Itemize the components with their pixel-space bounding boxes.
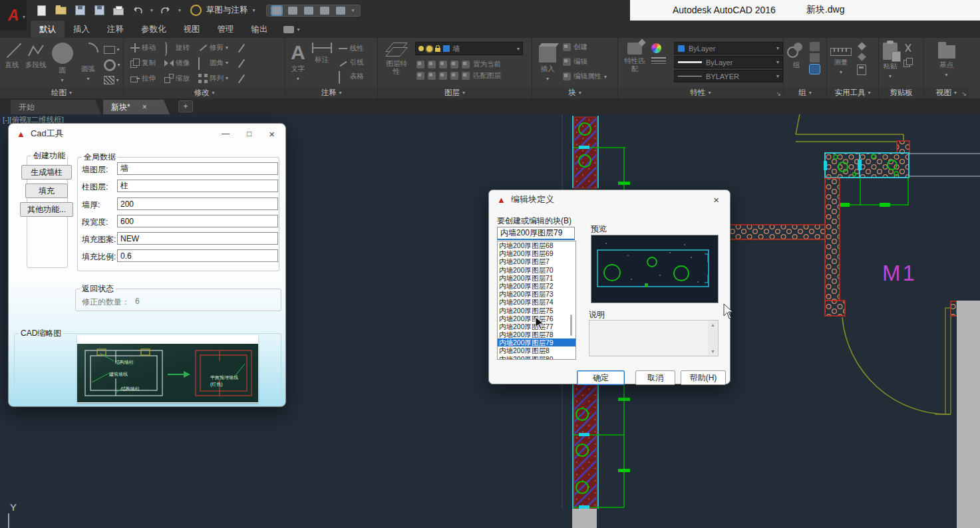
linetype-combo[interactable]: ByLayer ▾ xyxy=(674,56,783,68)
open-file-button[interactable] xyxy=(54,4,67,17)
block-edit-attr-button[interactable]: 编辑属性▾ xyxy=(563,70,607,83)
point-style-icon[interactable] xyxy=(858,53,866,61)
app-menu-button[interactable]: A ▾ xyxy=(0,0,27,31)
modify-trim-button[interactable]: 修剪▾ xyxy=(198,41,228,54)
block-list[interactable]: 内墙200厚图层68 内墙200厚图层69 内墙200厚图层7 内墙200厚图层… xyxy=(497,241,576,360)
tab-home[interactable]: 默认 xyxy=(31,21,65,38)
list-item[interactable]: 内墙200厚图层73 xyxy=(498,290,575,298)
other-functions-button[interactable]: 其他功能... xyxy=(20,202,73,217)
list-item[interactable]: 内墙200厚图层70 xyxy=(498,266,575,274)
modify-more-button[interactable] xyxy=(237,72,246,84)
layer-lock-icon[interactable] xyxy=(450,61,458,68)
panel-view-label[interactable]: 视图▾↘ xyxy=(924,87,969,98)
modify-erase-button[interactable] xyxy=(237,41,246,54)
save-button[interactable] xyxy=(73,4,86,17)
group-selection-toggle-icon[interactable] xyxy=(810,65,820,74)
layer-current-icon[interactable] xyxy=(462,61,470,68)
tab-annotate[interactable]: 注释 xyxy=(98,21,132,38)
list-item[interactable]: 内墙200厚图层72 xyxy=(498,282,575,290)
ok-button[interactable]: 确定 xyxy=(577,370,625,385)
make-current-label[interactable]: 置为当前 xyxy=(473,60,501,69)
lineweight-combo[interactable]: BYLAYER ▾ xyxy=(674,70,783,82)
hatch-pattern-field[interactable] xyxy=(117,232,278,245)
panel-properties-label[interactable]: 特性▾↘ xyxy=(618,87,783,98)
draw-arc-button[interactable]: 圆弧 ▾ xyxy=(79,43,98,82)
list-item[interactable]: 内墙200厚图层80 xyxy=(498,355,575,360)
linetype-stack-icon[interactable] xyxy=(651,57,666,65)
close-icon[interactable]: × xyxy=(269,128,275,140)
layer-unisolate-icon[interactable] xyxy=(416,72,424,80)
tab-manage[interactable]: 管理 xyxy=(209,21,243,38)
panel-draw-label[interactable]: 绘图▾ xyxy=(0,87,123,98)
annotate-linear-button[interactable]: 线性 xyxy=(339,42,364,55)
hatch-scale-field[interactable] xyxy=(117,249,278,262)
paste-button[interactable]: 粘贴 ▾ xyxy=(883,43,898,79)
media-browser-button[interactable]: ▾ xyxy=(283,21,300,38)
minimize-icon[interactable]: — xyxy=(222,129,230,138)
modify-move-button[interactable]: 移动 xyxy=(130,41,156,54)
block-edit-button[interactable]: 编辑 xyxy=(563,55,607,68)
list-item-selected[interactable]: 内墙200厚图层79 xyxy=(498,338,575,346)
help-button[interactable]: 帮助(H) xyxy=(681,370,726,385)
scroll-up-icon[interactable]: ▲ xyxy=(711,323,715,327)
file-tab-current[interactable]: 新块* × xyxy=(103,100,170,114)
list-item[interactable]: 内墙200厚图层74 xyxy=(498,298,575,306)
layer-isolate-icon[interactable] xyxy=(428,61,436,68)
ungroup-icon[interactable] xyxy=(810,42,820,51)
tab-output[interactable]: 输出 xyxy=(243,21,277,38)
layout-icon[interactable] xyxy=(272,7,281,15)
new-file-button[interactable] xyxy=(35,4,48,17)
draw-rectangle-button[interactable]: ▾ xyxy=(104,43,120,56)
new-tab-button[interactable]: + xyxy=(178,100,193,112)
selected-wall-block[interactable] xyxy=(824,153,909,178)
chevron-down-icon[interactable]: ▾ xyxy=(150,7,153,13)
panel-block-label[interactable]: 块▾ xyxy=(532,87,617,98)
measure-button[interactable]: 测量 ▾ xyxy=(830,43,852,75)
tab-insert[interactable]: 插入 xyxy=(65,21,98,38)
layer-off-icon[interactable] xyxy=(416,61,424,68)
layer-match-icon[interactable] xyxy=(462,72,470,80)
list-item[interactable]: 内墙200厚图层8 xyxy=(498,346,575,354)
list-item[interactable]: 内墙200厚图层69 xyxy=(498,249,575,257)
tab-parametric[interactable]: 参数化 xyxy=(132,21,175,38)
dialog-launcher-icon[interactable]: ↘ xyxy=(776,90,781,97)
draw-hatch-button[interactable]: ▾ xyxy=(104,74,120,86)
layer-walk-icon[interactable] xyxy=(450,72,458,80)
scroll-down-icon[interactable]: ▼ xyxy=(711,349,715,354)
list-item[interactable]: 内墙200厚图层75 xyxy=(498,307,575,315)
properties-palette-icon[interactable] xyxy=(336,7,345,15)
list-item[interactable]: 内墙200厚图层78 xyxy=(498,330,575,338)
base-view-button[interactable]: 基点 ▾ xyxy=(938,43,955,78)
object-color-combo[interactable]: ByLayer ▾ xyxy=(674,42,783,55)
modify-explode-button[interactable] xyxy=(237,57,246,69)
maximize-icon[interactable]: □ xyxy=(247,129,251,138)
description-box[interactable]: ▲ ▼ xyxy=(589,320,719,356)
annotate-text-button[interactable]: A 文字 ▾ xyxy=(291,43,305,82)
match-properties-button[interactable]: 特性匹配 xyxy=(623,43,646,72)
modify-scale-button[interactable]: 缩放 xyxy=(164,72,190,84)
list-scrollbar[interactable] xyxy=(570,315,572,336)
generate-wall-button[interactable]: 生成墙柱 xyxy=(21,165,72,180)
cancel-button[interactable]: 取消 xyxy=(635,370,675,385)
markup-icon[interactable] xyxy=(288,7,297,15)
calculator-icon[interactable] xyxy=(857,65,866,75)
draw-ellipse-button[interactable]: ▾ xyxy=(104,59,120,71)
layer-properties-button[interactable]: 图层特性 xyxy=(382,43,411,75)
chevron-down-icon[interactable]: ▾ xyxy=(178,7,181,13)
block-insert-button[interactable]: 插入 ▾ xyxy=(539,43,556,82)
draw-circle-button[interactable]: 圆 ▾ xyxy=(52,43,73,83)
panel-layers-label[interactable]: 图层▾ xyxy=(378,87,532,98)
color-wheel-icon[interactable] xyxy=(651,43,661,53)
layer-combo[interactable]: 墙 ▾ xyxy=(415,42,523,55)
cut-icon[interactable] xyxy=(903,43,913,53)
wall-thickness-field[interactable] xyxy=(117,198,278,210)
fill-button[interactable]: 填充 xyxy=(25,184,68,198)
draw-line-button[interactable]: 直线 xyxy=(4,43,20,70)
plot-button[interactable] xyxy=(112,4,125,17)
list-item[interactable]: 内墙200厚图层71 xyxy=(498,274,575,282)
panel-utilities-label[interactable]: 实用工具▾ xyxy=(827,87,878,98)
undo-button[interactable] xyxy=(131,4,144,17)
tab-view[interactable]: 视图 xyxy=(175,21,209,38)
match-layer-label[interactable]: 匹配图层 xyxy=(473,71,501,80)
close-icon[interactable]: × xyxy=(713,194,719,205)
